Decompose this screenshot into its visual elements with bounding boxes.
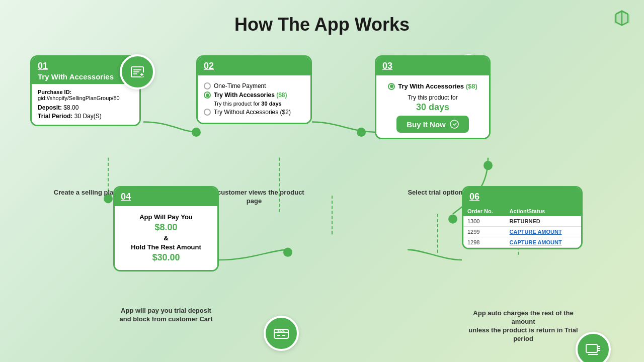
card06-header: 06 [463,188,581,206]
card04-line1: App Will Pay You [121,213,211,221]
card03-days: 30 days [382,102,483,113]
trial-label: Trial Period: [38,113,72,120]
purchase-id-value: gid://shopify/SellingPlanGroup/80 [38,95,120,101]
order-number: 1300 [463,216,506,227]
page-title: How The App Works [0,0,644,40]
step-01-icon [120,54,155,89]
card04-step: 04 [121,192,211,202]
card03-option: Try With Accessories ($8) [398,82,477,90]
card04-header: 04 [115,188,217,206]
action-status[interactable]: CAPTURE AMOUNT [506,237,581,248]
card04-amount2: $30.00 [121,252,211,263]
card02-body: One-Time Payment Try With Accessories ($… [198,75,310,123]
order-table: Order No. Action/Status 1300RETURNED1299… [463,206,581,248]
step-04-icon: TRIAL [264,316,299,351]
card03-step: 03 [382,61,483,71]
deposit-label: Deposit: [38,104,62,111]
logo-icon [612,8,632,28]
col-action: Action/Status [506,206,581,216]
card01-body: Purchase ID: gid://shopify/SellingPlanGr… [32,84,139,125]
svg-point-10 [484,161,493,170]
card03-body: Try With Accessories ($8) Try this produ… [376,75,489,138]
radio-without-acc[interactable] [204,109,211,116]
option3-label: Try Without Accessories ($2) [214,109,291,116]
option1-label: One-Time Payment [214,82,266,89]
order-number: 1299 [463,227,506,237]
action-status[interactable]: CAPTURE AMOUNT [506,227,581,237]
card04-amp: & [121,234,211,242]
card-step-02: 02 One-Time Payment Try With Accessories… [196,55,312,124]
card04-amount1: $8.00 [121,222,211,233]
option2-label: Try With Accessories ($8) [214,92,287,99]
svg-point-11 [448,215,457,224]
radio-one-time[interactable] [204,82,211,89]
card03-header: 03 [376,57,489,75]
radio-with-acc[interactable] [204,92,211,99]
card06-body: Order No. Action/Status 1300RETURNED1299… [463,206,581,248]
table-row: 1299CAPTURE AMOUNT [463,227,581,237]
card01-step: 01 [38,61,133,71]
card02-header: 02 [198,57,310,75]
card-step-01: 01 Try With Accessories Purchase ID: gid… [30,55,141,126]
col-order-no: Order No. [463,206,506,216]
option2-days: 30 days [261,101,281,107]
card02-step: 02 [204,61,304,71]
capture-amount-link[interactable]: CAPTURE AMOUNT [510,239,562,245]
table-row: 1298CAPTURE AMOUNT [463,237,581,248]
svg-point-27 [450,120,458,128]
action-status: RETURNED [506,216,581,227]
card-step-03: 03 Try With Accessories ($8) Try this pr… [375,55,491,139]
card04-body: App Will Pay You $8.00 & Hold The Rest A… [115,206,217,270]
svg-point-12 [283,248,292,257]
card04-line2: Hold The Rest Amount [121,243,211,251]
order-number: 1298 [463,237,506,248]
svg-rect-33 [586,344,597,352]
label-step-04: App will pay you trial depositand block … [116,307,216,324]
card03-sub1: Try this product for [382,94,483,101]
trial-value: 30 Day(S) [74,113,102,120]
svg-text:TRIAL: TRIAL [276,329,285,332]
svg-point-8 [192,128,201,137]
svg-point-9 [357,128,366,137]
deposit-value: $8.00 [63,104,78,111]
radio-card03[interactable] [388,83,395,90]
card-step-06: 06 Order No. Action/Status 1300RETURNED1… [462,186,583,249]
table-row: 1300RETURNED [463,216,581,227]
buy-it-now-button[interactable]: Buy It Now [396,116,469,133]
capture-amount-link[interactable]: CAPTURE AMOUNT [510,229,562,235]
label-step-06: App auto charges the rest of the amountu… [463,309,584,343]
purchase-id-label: Purchase ID: [38,89,71,95]
flow-container: 01 Try With Accessories Purchase ID: gid… [0,40,644,357]
card06-step: 06 [469,192,575,202]
card01-title: Try With Accessories [38,72,114,81]
card-step-04: TRIAL 04 App Will Pay You $8.00 & Hold T… [113,186,219,272]
